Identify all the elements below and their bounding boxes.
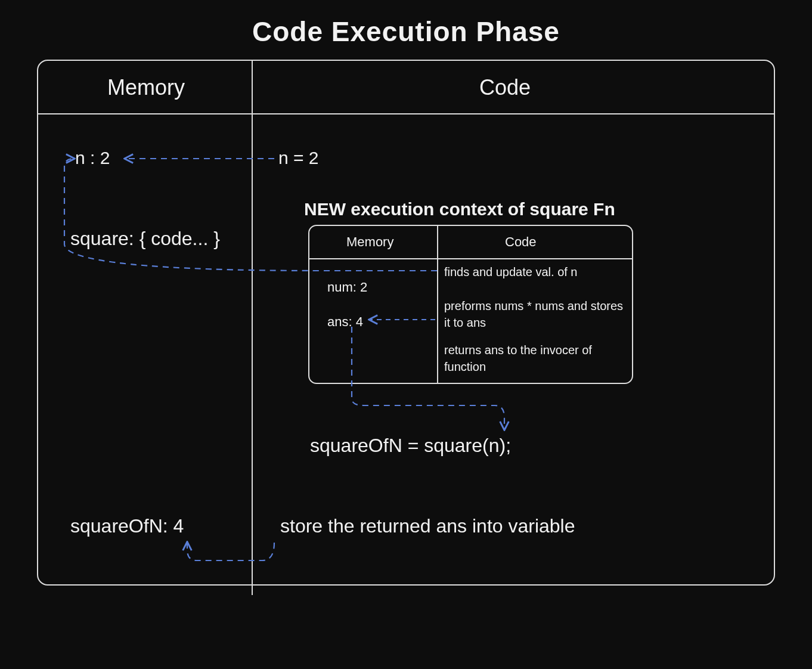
outer-header-code: Code (479, 75, 531, 100)
code-line-squareofn: squareOfN = square(n); (310, 435, 511, 457)
inner-code-step3: returns ans to the invocer of function (444, 342, 628, 375)
inner-memory-num: num: 2 (327, 280, 367, 295)
memory-entry-square: square: { code... } (70, 228, 220, 250)
inner-memory-ans: ans: 4 (327, 314, 363, 330)
inner-header-row: Memory Code (309, 226, 632, 259)
code-note-store: store the returned ans into variable (280, 515, 575, 537)
inner-context-table: Memory Code num: 2 ans: 4 finds and upda… (308, 225, 633, 384)
diagram-title: Code Execution Phase (0, 16, 812, 48)
new-context-heading: NEW execution context of square Fn (304, 199, 615, 219)
code-line-n-assign: n = 2 (278, 148, 319, 168)
diagram-canvas: Code Execution Phase Memory Code n : 2 s… (0, 0, 812, 669)
inner-code-step1: finds and update val. of n (444, 265, 628, 279)
outer-header-row: Memory Code (38, 61, 774, 114)
outer-column-divider (252, 61, 253, 595)
memory-entry-squareofn: squareOfN: 4 (70, 515, 184, 537)
inner-code-step2: preforms nums * nums and stores it to an… (444, 298, 628, 331)
memory-entry-n: n : 2 (75, 148, 110, 168)
inner-header-memory: Memory (346, 234, 393, 250)
outer-header-memory: Memory (107, 75, 185, 100)
inner-header-code: Code (505, 234, 537, 250)
